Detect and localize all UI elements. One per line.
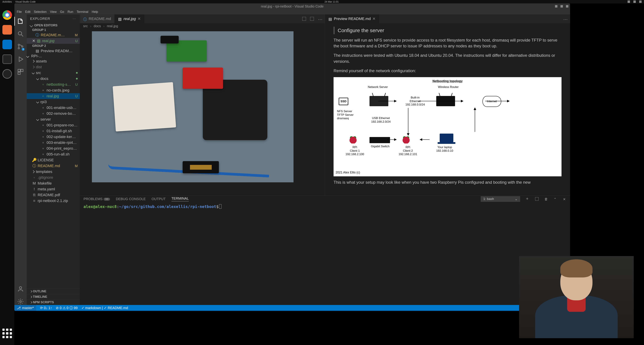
tree-folder[interactable]: server — [27, 116, 80, 122]
status-language[interactable]: ✓ markdown | ✓ README.md — [82, 306, 128, 310]
tab-real-jpg[interactable]: ▧real.jpg✕ — [115, 14, 144, 23]
open-editor-item[interactable]: ▤Preview READM… — [27, 48, 80, 54]
tree-file[interactable]: ▫001-enable-usbbo… — [27, 105, 80, 111]
activity-search-icon[interactable] — [17, 30, 24, 37]
editor-more-icon[interactable]: ⋯ — [563, 17, 567, 21]
tree-item-label: rpi3 — [40, 100, 78, 104]
panel-tabs: PROBLEMS99 DEBUG CONSOLE OUTPUT TERMINAL… — [80, 196, 570, 202]
menu-go[interactable]: Go — [60, 10, 64, 14]
panel-tab-terminal[interactable]: TERMINAL — [172, 197, 189, 201]
editor-left-pane: ⓘREADME.md ▧real.jpg✕ ⋯ src› docs› real.… — [80, 14, 325, 196]
dock-obs-icon[interactable] — [2, 69, 12, 79]
terminal-split-icon[interactable] — [535, 197, 538, 201]
breadcrumb-item[interactable]: src — [83, 24, 88, 28]
activity-explorer-icon[interactable] — [17, 18, 24, 25]
breadcrumb-item[interactable]: real.jpg — [107, 24, 118, 28]
markdown-preview[interactable]: Configure the server The server will run… — [325, 23, 570, 196]
tree-folder[interactable]: assets — [27, 58, 80, 64]
tree-file[interactable]: ⓘREADME.mdM — [27, 163, 80, 169]
tree-file[interactable]: ▫002-remove-boot-… — [27, 111, 80, 116]
window-minimize-icon[interactable] — [555, 5, 558, 7]
tree-file[interactable]: ▫netbooting-s…U — [27, 82, 80, 87]
status-sync[interactable]: ⟳ 0↓ 1↑ — [40, 306, 52, 310]
outline-section[interactable]: OUTLINE — [27, 289, 80, 294]
close-icon[interactable]: ✕ — [372, 16, 376, 21]
split-editor-icon[interactable] — [310, 17, 314, 21]
tree-file[interactable]: ⌗rpi-netboot-2.1.zip — [27, 198, 80, 204]
window-maximize-icon[interactable] — [560, 5, 563, 7]
open-editors-section[interactable]: OPEN EDITORS — [34, 23, 58, 27]
tree-file[interactable]: ▫004-print_eeprom_… — [27, 146, 80, 151]
terminal-maximize-icon[interactable]: ⌃ — [554, 197, 557, 201]
tab-readme[interactable]: ⓘREADME.md — [80, 14, 115, 23]
activity-extensions-icon[interactable] — [17, 68, 24, 75]
tree-file[interactable]: ▫real.jpgU — [27, 93, 80, 99]
open-editor-item[interactable]: ⓘREADME.m…M — [27, 32, 80, 38]
tree-folder[interactable]: docs — [27, 76, 80, 82]
tree-file[interactable]: ▫005-run-all.sh — [27, 151, 80, 157]
tree-folder[interactable]: src — [27, 70, 80, 76]
image-viewer[interactable] — [80, 29, 325, 196]
panel-tab-output[interactable]: OUTPUT — [152, 197, 166, 201]
activity-settings-icon[interactable] — [17, 298, 24, 305]
sidebar-more-icon[interactable]: ⋯ — [72, 16, 76, 21]
status-git-branch[interactable]: ⎇ master* — [14, 305, 36, 311]
breadcrumb[interactable]: src› docs› real.jpg — [80, 23, 325, 29]
menu-selection[interactable]: Selection — [34, 10, 46, 14]
tree-file[interactable]: ▫no-cards.jpeg — [27, 87, 80, 93]
tab-preview-readme[interactable]: ▤Preview README.md✕ — [325, 14, 379, 23]
dock-apps-grid-icon[interactable] — [2, 329, 12, 338]
menu-terminal[interactable]: Terminal — [77, 10, 88, 14]
tree-file[interactable]: 🔑LICENSE — [27, 157, 80, 163]
window-close-icon[interactable] — [566, 5, 568, 7]
tree-file[interactable]: !meta.yaml — [27, 186, 80, 192]
tree-file[interactable]: ▫003-enable-rpi4.sh — [27, 140, 80, 146]
activity-account-icon[interactable] — [17, 286, 24, 292]
gnome-network-icon[interactable] — [628, 0, 630, 3]
chevron-icon — [36, 118, 39, 121]
dock-files-icon[interactable] — [2, 25, 12, 34]
tree-file[interactable]: ▫.gitignore — [27, 175, 80, 180]
breadcrumb-item[interactable]: docs — [94, 24, 101, 28]
tree-file[interactable]: ▫01-install-git.sh — [27, 128, 80, 134]
tree-file[interactable]: ▫001-prepare-rootf… — [27, 122, 80, 128]
tree-file[interactable]: ⎘README.pdf — [27, 192, 80, 198]
gnome-active-app[interactable]: Visual Studio Code — [15, 0, 36, 3]
editor-compare-icon[interactable] — [302, 17, 306, 21]
npm-scripts-section[interactable]: NPM SCRIPTS — [27, 300, 80, 305]
project-root[interactable]: RPI-... — [27, 54, 80, 58]
gnome-volume-icon[interactable] — [634, 0, 636, 3]
terminal-kill-icon[interactable]: 🗑 — [544, 197, 548, 201]
timeline-section[interactable]: TIMELINE — [27, 294, 80, 300]
open-editor-item[interactable]: ✕▧real.jpgU — [27, 38, 80, 44]
menu-run[interactable]: Run — [68, 10, 73, 14]
terminal-close-icon[interactable]: ✕ — [563, 197, 566, 201]
gnome-activities[interactable]: Activities — [2, 0, 12, 3]
activity-scm-icon[interactable]: 3 — [17, 43, 24, 50]
dock-vscode-icon[interactable] — [2, 40, 12, 49]
editor-more-icon[interactable]: ⋯ — [318, 17, 322, 21]
tree-item-label: 004-print_eeprom_… — [46, 146, 78, 151]
activity-debug-icon[interactable] — [17, 56, 24, 63]
dock-terminal-icon[interactable] — [2, 54, 12, 64]
panel-tab-debug[interactable]: DEBUG CONSOLE — [116, 197, 146, 201]
terminal-new-icon[interactable]: + — [526, 197, 529, 201]
menu-view[interactable]: View — [50, 10, 57, 14]
tree-folder[interactable]: templates — [27, 169, 80, 175]
close-icon[interactable]: ✕ — [138, 16, 141, 21]
dock-chrome-icon[interactable] — [2, 10, 12, 20]
gnome-power-icon[interactable] — [639, 0, 642, 3]
tree-file[interactable]: ▫002-update-kernel.sh — [27, 134, 80, 140]
tree-file[interactable]: MMakefile — [27, 180, 80, 186]
menu-edit[interactable]: Edit — [25, 10, 30, 14]
panel-tab-problems[interactable]: PROBLEMS99 — [84, 197, 110, 201]
tree-folder[interactable]: dist — [27, 64, 80, 70]
terminal-prompt-path: ~/go/src/github.com/alexellis/rpi-netboo… — [119, 204, 216, 209]
close-icon[interactable]: ✕ — [32, 39, 35, 43]
menu-file[interactable]: File — [17, 10, 22, 14]
terminal-body[interactable]: alex@alex-nuc8:~/go/src/github.com/alexe… — [80, 202, 570, 305]
status-problems[interactable]: ⊘ 0 ⚠ 0 ⓘ 99 — [56, 306, 78, 310]
menu-help[interactable]: Help — [92, 10, 98, 14]
terminal-shell-select[interactable]: 1: bash⌄ — [481, 196, 520, 202]
tree-folder[interactable]: rpi3 — [27, 99, 80, 105]
